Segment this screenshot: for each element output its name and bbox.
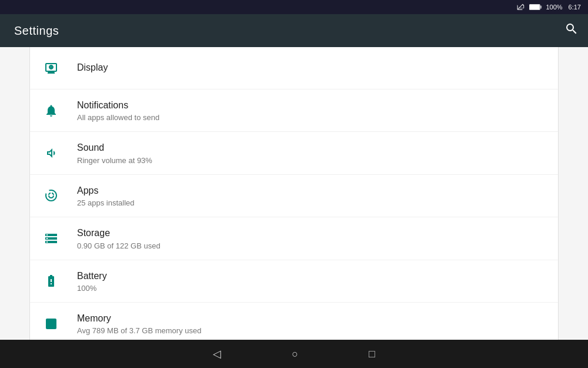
- settings-item-memory[interactable]: Memory Avg 789 MB of 3.7 GB memory used: [30, 303, 558, 340]
- storage-text: Storage 0.90 GB of 122 GB used: [77, 227, 161, 250]
- battery-percent: 100%: [546, 4, 562, 11]
- apps-icon: [44, 188, 58, 203]
- battery-title: Battery: [77, 270, 107, 283]
- left-padding: [0, 47, 29, 340]
- battery-text: Battery 100%: [77, 270, 107, 293]
- settings-item-storage[interactable]: Storage 0.90 GB of 122 GB used: [30, 217, 558, 260]
- page-title: Settings: [14, 24, 59, 38]
- memory-title: Memory: [77, 312, 201, 325]
- settings-item-display[interactable]: Display: [30, 47, 558, 89]
- svg-rect-3: [540, 5, 542, 8]
- notifications-text: Notifications All apps allowed to send: [77, 99, 159, 122]
- back-button[interactable]: ◁: [213, 347, 221, 360]
- notifications-subtitle: All apps allowed to send: [77, 113, 159, 122]
- right-padding: [559, 47, 588, 340]
- settings-item-sound[interactable]: Sound Ringer volume at 93%: [30, 132, 558, 174]
- notifications-title: Notifications: [77, 99, 159, 112]
- recents-button[interactable]: □: [369, 348, 375, 360]
- nav-bar: ◁ ○ □: [0, 340, 588, 368]
- storage-subtitle: 0.90 GB of 122 GB used: [77, 241, 161, 250]
- apps-subtitle: 25 apps installed: [77, 198, 135, 207]
- display-text: Display: [77, 61, 108, 74]
- memory-icon: [44, 317, 58, 331]
- display-icon: [44, 61, 58, 75]
- apps-text: Apps 25 apps installed: [77, 184, 135, 207]
- settings-list: Display Notifications All apps allowed t…: [29, 47, 559, 340]
- svg-rect-2: [530, 5, 540, 9]
- svg-point-4: [50, 66, 52, 68]
- notifications-icon: [44, 104, 58, 118]
- main-content: Display Notifications All apps allowed t…: [0, 47, 588, 340]
- battery-icon: [529, 4, 542, 11]
- home-button[interactable]: ○: [292, 348, 298, 360]
- settings-item-notifications[interactable]: Notifications All apps allowed to send: [30, 89, 558, 132]
- search-button[interactable]: [564, 22, 579, 39]
- app-bar: Settings: [0, 14, 588, 47]
- battery-subtitle: 100%: [77, 284, 107, 293]
- no-camera-icon: [516, 3, 526, 11]
- battery-setting-icon: [44, 274, 58, 288]
- display-title: Display: [77, 61, 108, 74]
- status-icons: 100% 6:17: [516, 3, 581, 11]
- sound-text: Sound Ringer volume at 93%: [77, 141, 152, 164]
- sound-subtitle: Ringer volume at 93%: [77, 156, 152, 165]
- sound-icon: [44, 146, 58, 160]
- storage-icon: [44, 231, 58, 246]
- storage-title: Storage: [77, 227, 161, 240]
- apps-title: Apps: [77, 184, 135, 197]
- memory-text: Memory Avg 789 MB of 3.7 GB memory used: [77, 312, 201, 335]
- sound-title: Sound: [77, 141, 152, 154]
- memory-subtitle: Avg 789 MB of 3.7 GB memory used: [77, 326, 201, 335]
- status-bar: 100% 6:17: [0, 0, 588, 14]
- settings-item-battery[interactable]: Battery 100%: [30, 260, 558, 303]
- settings-item-apps[interactable]: Apps 25 apps installed: [30, 175, 558, 217]
- time-display: 6:17: [569, 4, 581, 11]
